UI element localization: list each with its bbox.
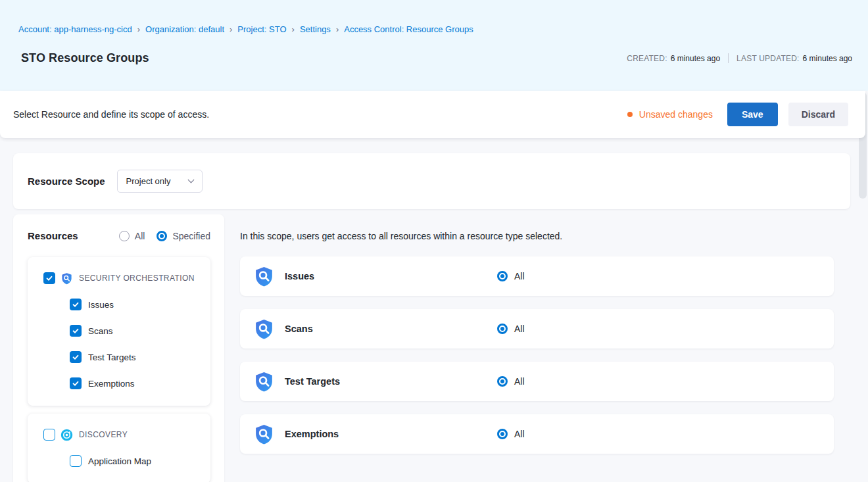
shield-search-icon <box>253 423 275 445</box>
tree-item-issues: Issues <box>70 298 203 311</box>
title-row: STO Resource Groups CREATED: 6 minutes a… <box>0 51 868 65</box>
resource-card-title: Scans <box>285 324 497 334</box>
resources-radio-specified[interactable]: Specified <box>157 231 210 241</box>
breadcrumb-link-organization[interactable]: Organization: default <box>145 24 224 35</box>
access-label: All <box>514 271 525 281</box>
tree-parent-row: DISCOVERY <box>43 428 203 441</box>
access-radio-all[interactable]: All <box>497 429 525 439</box>
meta-info: CREATED: 6 minutes ago LAST UPDATED: 6 m… <box>627 53 852 63</box>
checkbox-exemptions[interactable] <box>70 377 82 389</box>
resource-card-scans: Scans All <box>240 309 834 349</box>
page-title: STO Resource Groups <box>21 51 149 65</box>
checkbox-discovery[interactable] <box>43 429 55 441</box>
resource-card-exemptions: Exemptions All <box>240 414 834 454</box>
tree-item-exemptions: Exemptions <box>70 377 203 390</box>
radio-all-label: All <box>135 231 145 241</box>
shield-search-icon <box>60 272 73 285</box>
resource-card-issues: Issues All <box>240 256 834 296</box>
resources-title: Resources <box>28 230 107 241</box>
tree-item-test-targets: Test Targets <box>70 350 203 364</box>
chevron-down-icon <box>187 177 194 183</box>
checkbox-security-orchestration[interactable] <box>43 272 55 284</box>
scrollbar[interactable] <box>859 91 867 482</box>
unsaved-changes-label: Unsaved changes <box>639 109 713 120</box>
resource-access-list: In this scope, users get access to all r… <box>240 214 834 467</box>
radio-selected-icon[interactable] <box>497 376 508 387</box>
resources-panel: Resources All Specified <box>13 214 224 482</box>
chevron-right-icon: › <box>292 25 295 34</box>
resource-group-discovery: DISCOVERY Application Map <box>28 414 210 482</box>
page: Account: app-harness-ng-cicd › Organizat… <box>0 0 868 482</box>
radio-unselected-icon[interactable] <box>119 231 130 241</box>
breadcrumb-link-settings[interactable]: Settings <box>300 24 331 35</box>
access-radio-all[interactable]: All <box>497 376 525 387</box>
access-radio-all[interactable]: All <box>497 324 525 334</box>
breadcrumb: Account: app-harness-ng-cicd › Organizat… <box>0 0 868 35</box>
tree-item-label: Test Targets <box>88 352 136 362</box>
resource-scope-value: Project only <box>126 176 171 186</box>
created-label: CREATED: <box>627 54 667 63</box>
radio-specified-label: Specified <box>172 231 210 241</box>
group-label: DISCOVERY <box>79 430 128 439</box>
content: Resource Scope Project only Resources Al… <box>0 138 868 482</box>
checkbox-application-map[interactable] <box>70 455 82 467</box>
tree-item-label: Issues <box>88 300 114 310</box>
radio-selected-icon[interactable] <box>497 271 508 281</box>
resource-group-security-orchestration: SECURITY ORCHESTRATION Issues Scans <box>28 257 210 406</box>
last-updated-value: 6 minutes ago <box>803 54 852 63</box>
breadcrumb-link-project[interactable]: Project: STO <box>237 24 286 35</box>
resource-scope-select[interactable]: Project only <box>117 170 203 193</box>
access-label: All <box>514 429 525 439</box>
chevron-right-icon: › <box>137 25 140 34</box>
toolbar-description: Select Resource and define its scope of … <box>13 109 209 120</box>
access-label: All <box>514 324 525 334</box>
resource-card-title: Issues <box>285 271 497 281</box>
created-value: 6 minutes ago <box>671 54 720 63</box>
shield-search-icon <box>253 318 275 340</box>
radio-selected-icon[interactable] <box>497 324 508 334</box>
discard-button[interactable]: Discard <box>788 103 848 126</box>
group-label: SECURITY ORCHESTRATION <box>79 274 195 283</box>
toolbar: Select Resource and define its scope of … <box>0 91 865 138</box>
unsaved-dot-icon <box>627 112 633 117</box>
divider <box>728 53 729 63</box>
resources-header: Resources All Specified <box>28 230 210 241</box>
toolbar-actions: Unsaved changes Save Discard <box>627 103 848 126</box>
access-label: All <box>514 376 525 387</box>
breadcrumb-link-account[interactable]: Account: app-harness-ng-cicd <box>18 24 132 35</box>
checkbox-issues[interactable] <box>70 299 82 310</box>
resource-scope-label: Resource Scope <box>28 176 105 187</box>
resources-radio-all[interactable]: All <box>119 231 145 241</box>
discovery-icon <box>60 429 73 441</box>
tree-parent-row: SECURITY ORCHESTRATION <box>43 272 203 285</box>
chevron-right-icon: › <box>229 25 232 34</box>
tree-item-application-map: Application Map <box>70 454 203 468</box>
resource-scope-card: Resource Scope Project only <box>13 153 850 209</box>
scope-helper-text: In this scope, users get access to all r… <box>240 230 834 242</box>
radio-selected-icon[interactable] <box>497 429 508 439</box>
chevron-right-icon: › <box>336 25 339 34</box>
resource-card-title: Test Targets <box>285 376 497 387</box>
checkbox-test-targets[interactable] <box>70 351 82 363</box>
tree-item-label: Exemptions <box>88 379 135 389</box>
resource-card-title: Exemptions <box>285 429 497 439</box>
tree-item-label: Application Map <box>88 456 151 466</box>
body-row: Resources All Specified <box>13 214 868 482</box>
resource-card-test-targets: Test Targets All <box>240 362 834 401</box>
checkbox-scans[interactable] <box>70 325 82 337</box>
access-radio-all[interactable]: All <box>497 271 525 281</box>
shield-search-icon <box>253 266 275 287</box>
tree-item-label: Scans <box>88 326 113 336</box>
save-button[interactable]: Save <box>727 103 778 126</box>
page-header: Account: app-harness-ng-cicd › Organizat… <box>0 0 868 91</box>
shield-search-icon <box>253 371 275 393</box>
last-updated-label: LAST UPDATED: <box>736 54 800 63</box>
radio-selected-icon[interactable] <box>157 231 167 241</box>
tree-item-scans: Scans <box>70 324 203 337</box>
breadcrumb-link-access-control[interactable]: Access Control: Resource Groups <box>344 24 473 35</box>
